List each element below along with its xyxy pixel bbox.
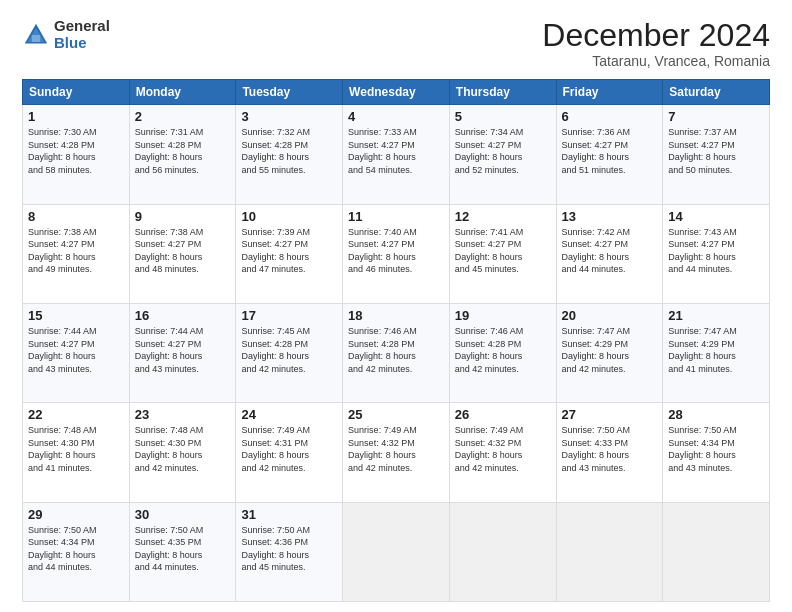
day-number: 16 (135, 308, 231, 323)
table-row: 7Sunrise: 7:37 AM Sunset: 4:27 PM Daylig… (663, 105, 770, 204)
day-number: 31 (241, 507, 337, 522)
day-info: Sunrise: 7:37 AM Sunset: 4:27 PM Dayligh… (668, 126, 764, 176)
table-row: 24Sunrise: 7:49 AM Sunset: 4:31 PM Dayli… (236, 403, 343, 502)
day-number: 28 (668, 407, 764, 422)
day-number: 26 (455, 407, 551, 422)
day-number: 6 (562, 109, 658, 124)
day-info: Sunrise: 7:47 AM Sunset: 4:29 PM Dayligh… (562, 325, 658, 375)
day-info: Sunrise: 7:40 AM Sunset: 4:27 PM Dayligh… (348, 226, 444, 276)
table-row: 12Sunrise: 7:41 AM Sunset: 4:27 PM Dayli… (449, 204, 556, 303)
header: General Blue December 2024 Tataranu, Vra… (22, 18, 770, 69)
page: General Blue December 2024 Tataranu, Vra… (0, 0, 792, 612)
day-info: Sunrise: 7:44 AM Sunset: 4:27 PM Dayligh… (135, 325, 231, 375)
day-info: Sunrise: 7:33 AM Sunset: 4:27 PM Dayligh… (348, 126, 444, 176)
day-number: 18 (348, 308, 444, 323)
calendar-row: 22Sunrise: 7:48 AM Sunset: 4:30 PM Dayli… (23, 403, 770, 502)
calendar-table: Sunday Monday Tuesday Wednesday Thursday… (22, 79, 770, 602)
day-number: 10 (241, 209, 337, 224)
table-row: 8Sunrise: 7:38 AM Sunset: 4:27 PM Daylig… (23, 204, 130, 303)
day-info: Sunrise: 7:50 AM Sunset: 4:34 PM Dayligh… (28, 524, 124, 574)
table-row: 3Sunrise: 7:32 AM Sunset: 4:28 PM Daylig… (236, 105, 343, 204)
day-info: Sunrise: 7:38 AM Sunset: 4:27 PM Dayligh… (135, 226, 231, 276)
day-number: 8 (28, 209, 124, 224)
table-row: 9Sunrise: 7:38 AM Sunset: 4:27 PM Daylig… (129, 204, 236, 303)
day-number: 20 (562, 308, 658, 323)
col-tuesday: Tuesday (236, 80, 343, 105)
table-row: 28Sunrise: 7:50 AM Sunset: 4:34 PM Dayli… (663, 403, 770, 502)
day-info: Sunrise: 7:44 AM Sunset: 4:27 PM Dayligh… (28, 325, 124, 375)
day-number: 2 (135, 109, 231, 124)
day-number: 3 (241, 109, 337, 124)
day-number: 29 (28, 507, 124, 522)
table-row: 14Sunrise: 7:43 AM Sunset: 4:27 PM Dayli… (663, 204, 770, 303)
day-info: Sunrise: 7:34 AM Sunset: 4:27 PM Dayligh… (455, 126, 551, 176)
logo: General Blue (22, 18, 110, 51)
logo-blue-text: Blue (54, 35, 110, 52)
table-row: 21Sunrise: 7:47 AM Sunset: 4:29 PM Dayli… (663, 303, 770, 402)
logo-icon (22, 21, 50, 49)
day-info: Sunrise: 7:46 AM Sunset: 4:28 PM Dayligh… (455, 325, 551, 375)
col-wednesday: Wednesday (343, 80, 450, 105)
svg-rect-2 (32, 35, 40, 42)
day-info: Sunrise: 7:31 AM Sunset: 4:28 PM Dayligh… (135, 126, 231, 176)
day-number: 7 (668, 109, 764, 124)
calendar-row: 29Sunrise: 7:50 AM Sunset: 4:34 PM Dayli… (23, 502, 770, 601)
table-row: 13Sunrise: 7:42 AM Sunset: 4:27 PM Dayli… (556, 204, 663, 303)
day-number: 5 (455, 109, 551, 124)
calendar-row: 8Sunrise: 7:38 AM Sunset: 4:27 PM Daylig… (23, 204, 770, 303)
day-info: Sunrise: 7:32 AM Sunset: 4:28 PM Dayligh… (241, 126, 337, 176)
table-row: 27Sunrise: 7:50 AM Sunset: 4:33 PM Dayli… (556, 403, 663, 502)
day-info: Sunrise: 7:39 AM Sunset: 4:27 PM Dayligh… (241, 226, 337, 276)
logo-general-text: General (54, 18, 110, 35)
day-info: Sunrise: 7:46 AM Sunset: 4:28 PM Dayligh… (348, 325, 444, 375)
day-number: 19 (455, 308, 551, 323)
day-info: Sunrise: 7:41 AM Sunset: 4:27 PM Dayligh… (455, 226, 551, 276)
table-row: 30Sunrise: 7:50 AM Sunset: 4:35 PM Dayli… (129, 502, 236, 601)
day-info: Sunrise: 7:50 AM Sunset: 4:34 PM Dayligh… (668, 424, 764, 474)
table-row: 10Sunrise: 7:39 AM Sunset: 4:27 PM Dayli… (236, 204, 343, 303)
day-number: 4 (348, 109, 444, 124)
location: Tataranu, Vrancea, Romania (542, 53, 770, 69)
day-info: Sunrise: 7:50 AM Sunset: 4:35 PM Dayligh… (135, 524, 231, 574)
title-block: December 2024 Tataranu, Vrancea, Romania (542, 18, 770, 69)
day-number: 1 (28, 109, 124, 124)
table-row: 23Sunrise: 7:48 AM Sunset: 4:30 PM Dayli… (129, 403, 236, 502)
col-saturday: Saturday (663, 80, 770, 105)
calendar-header-row: Sunday Monday Tuesday Wednesday Thursday… (23, 80, 770, 105)
col-friday: Friday (556, 80, 663, 105)
table-row: 17Sunrise: 7:45 AM Sunset: 4:28 PM Dayli… (236, 303, 343, 402)
table-row: 19Sunrise: 7:46 AM Sunset: 4:28 PM Dayli… (449, 303, 556, 402)
day-info: Sunrise: 7:38 AM Sunset: 4:27 PM Dayligh… (28, 226, 124, 276)
table-row: 5Sunrise: 7:34 AM Sunset: 4:27 PM Daylig… (449, 105, 556, 204)
col-monday: Monday (129, 80, 236, 105)
table-row: 29Sunrise: 7:50 AM Sunset: 4:34 PM Dayli… (23, 502, 130, 601)
day-info: Sunrise: 7:36 AM Sunset: 4:27 PM Dayligh… (562, 126, 658, 176)
day-info: Sunrise: 7:50 AM Sunset: 4:36 PM Dayligh… (241, 524, 337, 574)
table-row: 22Sunrise: 7:48 AM Sunset: 4:30 PM Dayli… (23, 403, 130, 502)
day-info: Sunrise: 7:42 AM Sunset: 4:27 PM Dayligh… (562, 226, 658, 276)
calendar-row: 15Sunrise: 7:44 AM Sunset: 4:27 PM Dayli… (23, 303, 770, 402)
table-row (556, 502, 663, 601)
table-row: 2Sunrise: 7:31 AM Sunset: 4:28 PM Daylig… (129, 105, 236, 204)
day-number: 15 (28, 308, 124, 323)
table-row: 20Sunrise: 7:47 AM Sunset: 4:29 PM Dayli… (556, 303, 663, 402)
day-info: Sunrise: 7:43 AM Sunset: 4:27 PM Dayligh… (668, 226, 764, 276)
day-number: 22 (28, 407, 124, 422)
table-row: 15Sunrise: 7:44 AM Sunset: 4:27 PM Dayli… (23, 303, 130, 402)
day-number: 17 (241, 308, 337, 323)
day-info: Sunrise: 7:49 AM Sunset: 4:32 PM Dayligh… (455, 424, 551, 474)
calendar-row: 1Sunrise: 7:30 AM Sunset: 4:28 PM Daylig… (23, 105, 770, 204)
day-info: Sunrise: 7:49 AM Sunset: 4:32 PM Dayligh… (348, 424, 444, 474)
day-info: Sunrise: 7:47 AM Sunset: 4:29 PM Dayligh… (668, 325, 764, 375)
day-info: Sunrise: 7:30 AM Sunset: 4:28 PM Dayligh… (28, 126, 124, 176)
table-row (449, 502, 556, 601)
day-info: Sunrise: 7:48 AM Sunset: 4:30 PM Dayligh… (135, 424, 231, 474)
day-number: 25 (348, 407, 444, 422)
table-row: 4Sunrise: 7:33 AM Sunset: 4:27 PM Daylig… (343, 105, 450, 204)
table-row: 31Sunrise: 7:50 AM Sunset: 4:36 PM Dayli… (236, 502, 343, 601)
month-title: December 2024 (542, 18, 770, 53)
day-number: 13 (562, 209, 658, 224)
day-info: Sunrise: 7:49 AM Sunset: 4:31 PM Dayligh… (241, 424, 337, 474)
day-info: Sunrise: 7:50 AM Sunset: 4:33 PM Dayligh… (562, 424, 658, 474)
table-row: 26Sunrise: 7:49 AM Sunset: 4:32 PM Dayli… (449, 403, 556, 502)
